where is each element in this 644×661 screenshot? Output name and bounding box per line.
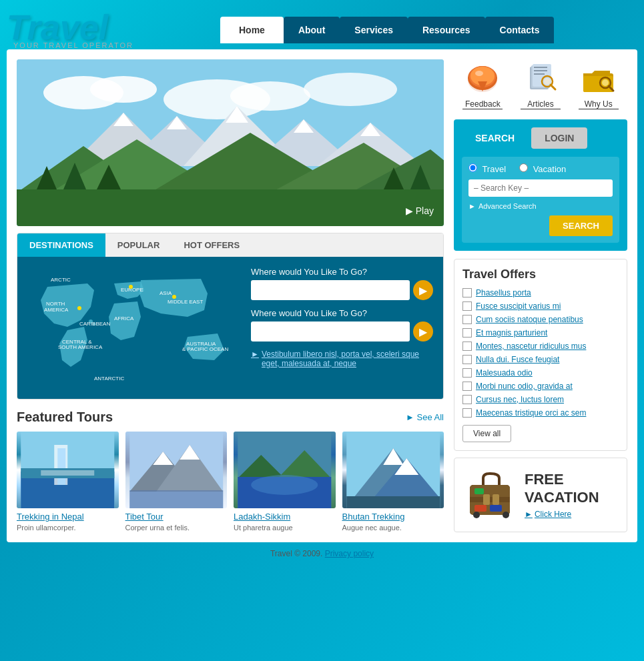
offer-checkbox-1[interactable] xyxy=(462,301,472,311)
play-icon: ▶ xyxy=(406,205,413,216)
offer-item-8[interactable]: Cursus nec, luctus lorem xyxy=(462,395,619,404)
offer-checkbox-3[interactable] xyxy=(462,328,472,338)
advanced-search-link[interactable]: ► Advanced Search xyxy=(468,202,613,210)
offer-link-5[interactable]: Nulla dui. Fusce feugiat xyxy=(476,355,559,364)
dest-go-btn-1[interactable]: ▶ xyxy=(413,280,433,300)
svg-text:NORTH: NORTH xyxy=(46,301,65,307)
tour-desc-3: Augue nec augue. xyxy=(342,524,444,532)
offer-checkbox-9[interactable] xyxy=(462,408,472,418)
offer-link-4[interactable]: Montes, nascetur ridiculus mus xyxy=(476,342,586,351)
tour-item-2[interactable]: Ladakh-Sikkim Ut pharetra augue xyxy=(234,432,336,532)
offer-checkbox-8[interactable] xyxy=(462,395,472,404)
offer-link-0[interactable]: Phasellus porta xyxy=(476,288,531,297)
offer-link-1[interactable]: Fusce suscipit varius mi xyxy=(476,301,561,311)
articles-label: Articles xyxy=(521,99,561,109)
svg-point-44 xyxy=(129,285,133,289)
offer-item-7[interactable]: Morbi nunc odio, gravida at xyxy=(462,382,619,391)
tour-image-1 xyxy=(125,432,228,508)
articles-icon xyxy=(521,59,561,96)
left-column: ▶ Play DESTINATIONS POPULAR HOT OFFERS xyxy=(17,59,444,532)
tour-image-0 xyxy=(17,432,119,508)
logo-area: Travel YOUR TRAVEL OPERATOR xyxy=(7,10,220,49)
svg-text:AMERICA: AMERICA xyxy=(44,307,69,313)
quick-link-whyus[interactable]: Why Us xyxy=(579,59,619,109)
travel-offers-title: Travel Offers xyxy=(462,267,619,281)
nav-item-resources[interactable]: Resources xyxy=(408,17,485,43)
tour-image-3 xyxy=(342,432,444,508)
offer-item-9[interactable]: Maecenas tristique orci ac sem xyxy=(462,408,619,418)
search-button[interactable]: SEARCH xyxy=(549,215,613,236)
tour-name-2[interactable]: Ladakh-Sikkim xyxy=(234,512,336,522)
offer-item-2[interactable]: Cum sociis natoque penatibus xyxy=(462,315,619,324)
view-all-button[interactable]: View all xyxy=(462,425,511,442)
offer-checkbox-0[interactable] xyxy=(462,288,472,297)
whyus-icon xyxy=(579,59,619,96)
tour-name-1[interactable]: Tibet Tour xyxy=(125,512,228,522)
radio-vacation[interactable]: Vacation xyxy=(519,163,566,174)
dest-go-btn-2[interactable]: ▶ xyxy=(413,321,433,342)
nav-item-about[interactable]: About xyxy=(284,17,340,43)
see-all-link[interactable]: ► See All xyxy=(406,412,444,422)
radio-travel-input[interactable] xyxy=(468,163,477,172)
offer-link-7[interactable]: Morbi nunc odio, gravida at xyxy=(476,382,573,391)
svg-point-4 xyxy=(230,81,310,111)
svg-rect-77 xyxy=(534,67,547,68)
search-tab-search[interactable]: SEARCH xyxy=(462,127,528,149)
quick-link-articles[interactable]: Articles xyxy=(521,59,561,109)
search-tab-login[interactable]: LOGIN xyxy=(531,127,587,149)
svg-rect-57 xyxy=(129,490,223,508)
privacy-link[interactable]: Privacy policy xyxy=(325,549,374,558)
dest-input-2[interactable] xyxy=(251,321,410,342)
offer-link-2[interactable]: Cum sociis natoque penatibus xyxy=(476,315,583,324)
right-column: Feedback xyxy=(454,59,627,532)
offer-item-6[interactable]: Malesuada odio xyxy=(462,368,619,378)
offer-item-4[interactable]: Montes, nascetur ridiculus mus xyxy=(462,342,619,351)
tour-desc-1: Corper urna et felis. xyxy=(125,524,228,532)
offer-link-9[interactable]: Maecenas tristique orci ac sem xyxy=(476,408,586,418)
offer-checkbox-6[interactable] xyxy=(462,368,472,378)
destination-form: Where would You Like To Go? ▶ Where woul… xyxy=(251,267,433,389)
offer-item-0[interactable]: Phasellus porta xyxy=(462,288,619,297)
navigation: Home About Services Resources Contacts xyxy=(220,17,637,43)
svg-point-82 xyxy=(544,78,551,85)
offer-link-3[interactable]: Et magnis parturient xyxy=(476,328,547,338)
hero-play-button[interactable]: ▶ Play xyxy=(406,205,434,216)
whyus-label: Why Us xyxy=(579,99,619,109)
radio-travel[interactable]: Travel xyxy=(468,163,506,174)
svg-point-96 xyxy=(473,512,480,518)
svg-point-73 xyxy=(475,71,483,76)
nav-item-contacts[interactable]: Contacts xyxy=(485,17,555,43)
dest-input-row-2: ▶ xyxy=(251,321,433,342)
dest-tab-hot-offers[interactable]: HOT OFFERS xyxy=(172,233,252,257)
radio-vacation-input[interactable] xyxy=(519,163,528,172)
tour-name-0[interactable]: Trekking in Nepal xyxy=(17,512,119,522)
tour-name-3[interactable]: Bhutan Trekking xyxy=(342,512,444,522)
svg-point-87 xyxy=(602,79,609,86)
tour-item-1[interactable]: Tibet Tour Corper urna et felis. xyxy=(125,432,228,532)
nav-item-services[interactable]: Services xyxy=(340,17,408,43)
quick-link-feedback[interactable]: Feedback xyxy=(462,59,503,109)
search-box: SEARCH LOGIN Travel Vacation xyxy=(454,119,627,251)
offer-item-5[interactable]: Nulla dui. Fusce feugiat xyxy=(462,355,619,364)
dest-more-link[interactable]: ► Vestibulum libero nisl, porta vel, sce… xyxy=(251,350,433,368)
suitcase-icon xyxy=(464,468,518,522)
header: Travel YOUR TRAVEL OPERATOR Home About S… xyxy=(7,7,637,49)
click-here-arrow: ► xyxy=(525,510,533,519)
dest-tab-destinations[interactable]: DESTINATIONS xyxy=(17,233,105,257)
dest-input-1[interactable] xyxy=(251,280,410,300)
search-input[interactable] xyxy=(468,179,613,197)
nav-item-home[interactable]: Home xyxy=(220,17,284,43)
offer-checkbox-5[interactable] xyxy=(462,355,472,364)
click-here-link[interactable]: ► Click Here xyxy=(525,510,617,519)
tour-item-3[interactable]: Bhutan Trekking Augue nec augue. xyxy=(342,432,444,532)
offer-link-8[interactable]: Cursus nec, luctus lorem xyxy=(476,395,564,404)
offer-item-1[interactable]: Fusce suscipit varius mi xyxy=(462,301,619,311)
offer-checkbox-2[interactable] xyxy=(462,315,472,324)
dest-tab-popular[interactable]: POPULAR xyxy=(105,233,172,257)
offer-link-6[interactable]: Malesuada odio xyxy=(476,368,533,378)
offer-checkbox-4[interactable] xyxy=(462,342,472,351)
offer-checkbox-7[interactable] xyxy=(462,382,472,391)
offer-item-3[interactable]: Et magnis parturient xyxy=(462,328,619,338)
play-label: Play xyxy=(416,205,434,216)
tour-item-0[interactable]: Trekking in Nepal Proin ullamcorper. xyxy=(17,432,119,532)
